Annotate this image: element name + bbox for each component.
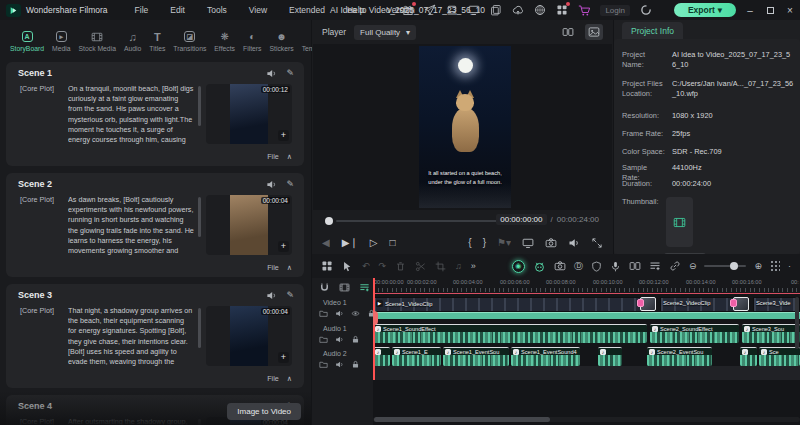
link-icon[interactable] <box>669 260 681 272</box>
menu-edit[interactable]: Edit <box>159 5 196 15</box>
split-scissors-icon[interactable] <box>415 261 426 272</box>
track-folder-icon[interactable] <box>319 309 328 318</box>
delete-icon[interactable] <box>395 261 406 272</box>
playhead-handle[interactable] <box>373 311 378 325</box>
previous-frame-button[interactable]: ◀ <box>322 238 330 248</box>
close-button[interactable]: × <box>780 0 800 20</box>
project-thumbnail[interactable] <box>666 197 693 247</box>
mark-in-button[interactable]: { <box>468 238 471 248</box>
tab-media[interactable]: ▸Media <box>48 30 75 52</box>
tab-filters[interactable]: ◐Filters <box>239 30 266 52</box>
tab-audio[interactable]: ♫Audio <box>120 30 145 52</box>
copy-files-icon[interactable] <box>490 4 502 16</box>
scene-file-label[interactable]: File <box>267 374 279 383</box>
shortcut-grid-icon[interactable] <box>770 260 780 272</box>
audio-clip[interactable]: ♪ <box>598 347 622 366</box>
track-mute-icon[interactable] <box>335 335 344 344</box>
zoom-slider-knob[interactable] <box>730 262 738 270</box>
tab-storyboard[interactable]: AStoryBoard <box>6 30 48 52</box>
ai-bug-icon[interactable] <box>533 260 546 273</box>
minimize-button[interactable]: – <box>740 0 760 20</box>
scene-text-scrollbar[interactable] <box>198 197 201 237</box>
video-clip[interactable]: ▶Scene1_VideoClip <box>373 297 645 312</box>
export-button[interactable]: Export▾ <box>674 3 736 17</box>
play-to-marker-button[interactable]: ▶❘ <box>342 238 358 248</box>
filmstrip-icon[interactable] <box>339 282 350 293</box>
video-preview[interactable]: It all started on a quiet beach, under t… <box>419 46 511 208</box>
audio-clip[interactable]: ♪Scene2_SoundEffect <box>650 324 739 343</box>
ai-copilot-icon[interactable]: ◉ <box>512 260 525 273</box>
media-view-icon[interactable] <box>585 24 603 40</box>
play-button[interactable]: ▷ <box>370 238 378 248</box>
volume-button[interactable] <box>568 237 580 249</box>
scene-card-1[interactable]: Scene 1 ✎ [Core Plot] On a tranquil, moo… <box>6 62 304 166</box>
collapse-chevron-icon[interactable]: ∧ <box>287 263 292 272</box>
stop-button[interactable]: □ <box>389 238 395 248</box>
scrollbar-handle[interactable] <box>374 417 550 422</box>
shield-icon[interactable] <box>591 261 602 272</box>
track-folder-icon[interactable] <box>319 360 328 369</box>
menu-extended[interactable]: Extended <box>278 5 336 15</box>
crop-icon[interactable] <box>435 261 446 272</box>
audio-clip[interactable]: ♪Scene1_EventSound4 <box>511 347 580 366</box>
tab-project-info[interactable]: Project Info <box>622 22 683 39</box>
seek-handle[interactable] <box>325 217 333 225</box>
scene-file-label[interactable]: File <box>267 263 279 272</box>
tab-transitions[interactable]: ◪Transitions <box>169 30 210 52</box>
audio-clip[interactable]: ♪ <box>373 347 390 366</box>
filmora-logo-icon[interactable] <box>6 4 21 17</box>
mark-out-button[interactable]: } <box>483 238 486 248</box>
video-clip[interactable]: Scene2_VideoClip <box>660 297 735 312</box>
track-lock-icon[interactable] <box>351 360 360 369</box>
audio-clip[interactable]: ♪ <box>740 347 757 366</box>
audio-clip[interactable]: ♪Scene1_SoundEffect <box>373 324 647 343</box>
scene-thumbnail[interactable]: 00:00:12 + <box>206 84 292 144</box>
seek-track[interactable] <box>336 220 502 222</box>
split-screen-icon[interactable] <box>629 260 641 272</box>
add-clip-button[interactable]: + <box>278 241 289 252</box>
track-mute-icon[interactable] <box>335 360 344 369</box>
timeline-zoom-slider[interactable] <box>704 265 746 267</box>
menu-tools[interactable]: Tools <box>196 5 238 15</box>
snap-magnet-icon[interactable] <box>319 282 330 293</box>
transition-indicator[interactable] <box>640 297 656 311</box>
undo-icon[interactable]: ↶ <box>362 261 370 271</box>
media-manager-icon[interactable] <box>321 260 333 272</box>
marker-flag-button[interactable]: ⚑▾ <box>497 238 511 248</box>
menu-view[interactable]: View <box>238 5 278 15</box>
voiceover-mic-icon[interactable] <box>610 261 621 272</box>
sync-spinner-icon[interactable] <box>640 4 652 16</box>
speed-ramp-icon[interactable]: Ⓓ <box>574 260 583 273</box>
compare-view-button[interactable] <box>522 237 534 249</box>
vertical-scrollbar[interactable] <box>795 297 799 349</box>
snapshot-button[interactable] <box>545 237 557 249</box>
menu-file[interactable]: File <box>124 5 160 15</box>
horizontal-scrollbar[interactable] <box>373 417 800 422</box>
scene-text-scrollbar[interactable] <box>198 308 201 348</box>
scene-voice-icon[interactable] <box>266 68 277 79</box>
multi-view-icon[interactable] <box>559 24 577 40</box>
tab-stock-media[interactable]: Stock Media <box>75 30 120 52</box>
scene-thumbnail[interactable]: 00:00:04 + <box>206 195 292 255</box>
tab-effects[interactable]: ❋Effects <box>210 30 239 52</box>
subtitle-strip[interactable] <box>373 312 800 319</box>
zoom-out-icon[interactable]: ⊖ <box>689 261 697 271</box>
apps-icon[interactable] <box>556 4 568 16</box>
globe-icon[interactable] <box>534 4 546 16</box>
scene-card-3[interactable]: Scene 3 ✎ [Core Plot] That night, a shad… <box>6 284 304 388</box>
record-screen-icon[interactable] <box>554 260 566 272</box>
image-to-video-button[interactable]: Image to Video <box>227 403 301 420</box>
beat-detect-icon[interactable]: ♫ <box>455 261 462 271</box>
login-button[interactable]: Login <box>600 5 630 16</box>
scene-voice-icon[interactable] <box>266 179 277 190</box>
scene-thumbnail[interactable]: 00:00:04 + <box>206 306 292 366</box>
scene-card-2[interactable]: Scene 2 ✎ [Core Plot] As dawn breaks, [B… <box>6 173 304 277</box>
cloud-upload-icon[interactable] <box>512 4 524 16</box>
scene-text[interactable]: On a tranquil, moonlit beach, [Bolt] dig… <box>68 84 194 146</box>
scene-text[interactable]: As dawn breaks, [Bolt] cautiously experi… <box>68 195 194 257</box>
audio-clip[interactable]: ♪Scene2_EventSou <box>647 347 712 366</box>
select-tool-icon[interactable] <box>342 261 353 272</box>
track-folder-icon[interactable] <box>319 335 328 344</box>
collapse-chevron-icon[interactable]: ∧ <box>287 152 292 161</box>
track-lock-icon[interactable] <box>351 335 360 344</box>
